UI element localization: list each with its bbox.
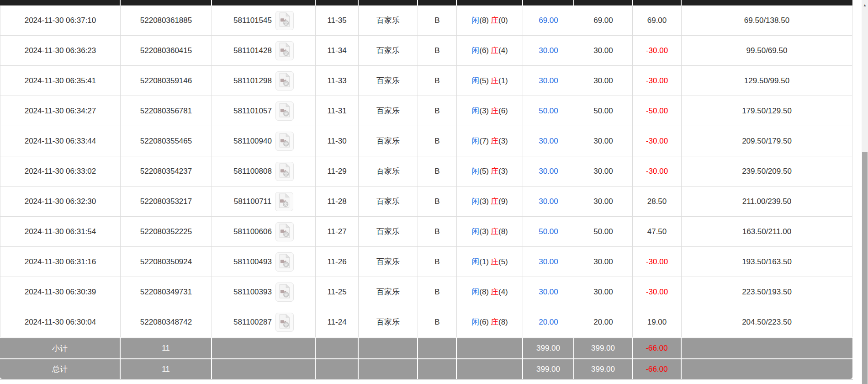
- summary-empty-cell: [457, 358, 523, 379]
- banker-score: (4): [498, 288, 508, 297]
- summary-count-text: 11: [162, 365, 170, 374]
- banker-score: (8): [498, 227, 508, 236]
- vertical-scrollbar[interactable]: ▲: [862, 0, 868, 384]
- order-id-cell: 522080359146: [121, 66, 212, 96]
- order-id-cell: 522080350924: [121, 247, 212, 277]
- valid-amount-text: 30.00: [593, 76, 613, 85]
- summary-bet-cell: 399.00: [523, 337, 574, 358]
- balance-cell: 163.50/211.00: [682, 217, 852, 247]
- video-replay-button[interactable]: [275, 11, 294, 30]
- winloss-text: -30.00: [646, 46, 668, 55]
- player-label: 闲: [471, 287, 479, 297]
- video-replay-button[interactable]: [275, 162, 294, 181]
- winloss-text: -30.00: [646, 137, 668, 146]
- banker-score: (1): [498, 76, 508, 85]
- video-replay-button[interactable]: [275, 313, 294, 332]
- video-replay-button[interactable]: [275, 132, 294, 151]
- balance-cell: 223.50/193.50: [682, 277, 852, 307]
- winloss-text: -30.00: [646, 167, 668, 176]
- table-row: 2024-11-30 06:37:10 522080361885 5811015…: [0, 5, 853, 36]
- time-text: 2024-11-30 06:31:54: [25, 227, 96, 236]
- summary-empty-cell: [457, 337, 523, 358]
- game-id-cell: 581100711: [212, 187, 316, 217]
- time-cell: 2024-11-30 06:35:41: [0, 66, 121, 96]
- banker-label: 庄: [491, 226, 498, 237]
- round-cell: 11-24: [316, 307, 359, 337]
- result-cell: 闲(1) 庄(5): [457, 247, 523, 277]
- video-replay-button[interactable]: [275, 101, 294, 121]
- table-row: 2024-11-30 06:30:39 522080349731 5811003…: [0, 277, 853, 307]
- video-replay-button[interactable]: [275, 71, 294, 91]
- bet-amount-cell: 30.00: [523, 156, 574, 187]
- bet-type-cell: B: [418, 66, 457, 96]
- valid-amount-text: 30.00: [593, 288, 613, 297]
- bet-amount-text: 50.00: [539, 107, 558, 116]
- banker-label: 庄: [491, 196, 498, 207]
- round-text: 11-29: [327, 167, 346, 176]
- valid-amount-text: 50.00: [593, 227, 613, 236]
- game-id-cell: 581101298: [212, 66, 316, 96]
- video-replay-button[interactable]: [275, 222, 294, 241]
- bet-amount-text: 30.00: [539, 137, 558, 146]
- video-replay-button[interactable]: [275, 192, 293, 211]
- summary-empty-cell: [359, 337, 418, 358]
- bet-amount-cell: 69.00: [523, 5, 574, 36]
- round-cell: 11-29: [316, 156, 359, 187]
- table-row: 2024-11-30 06:31:16 522080350924 5811004…: [0, 247, 853, 277]
- balance-text: 193.50/163.50: [742, 257, 792, 267]
- game-name-cell: 百家乐: [359, 36, 418, 66]
- bet-type-text: B: [434, 16, 439, 25]
- time-text: 2024-11-30 06:34:27: [25, 107, 96, 116]
- player-score: (8): [479, 288, 489, 297]
- video-replay-icon: [278, 43, 291, 59]
- result-cell: 闲(3) 庄(9): [457, 187, 523, 217]
- scrollbar-thumb[interactable]: [862, 152, 868, 384]
- scroll-up-button[interactable]: ▲: [862, 0, 868, 11]
- order-id-cell: 522080361885: [121, 5, 212, 36]
- summary-empty-cell: [316, 358, 359, 379]
- time-cell: 2024-11-30 06:31:16: [0, 247, 121, 277]
- bet-amount-cell: 50.00: [523, 217, 574, 247]
- video-replay-icon: [278, 103, 291, 119]
- round-cell: 11-26: [316, 247, 359, 277]
- winloss-cell: 69.00: [633, 5, 682, 36]
- player-label: 闲: [471, 166, 479, 176]
- game-name-text: 百家乐: [376, 15, 400, 26]
- player-score: (8): [479, 16, 489, 25]
- order-id-text: 522080352225: [140, 227, 192, 236]
- bet-type-text: B: [434, 167, 439, 176]
- time-cell: 2024-11-30 06:30:04: [0, 307, 121, 337]
- order-id-text: 522080360415: [140, 46, 192, 55]
- header-strip-segment: [633, 0, 682, 5]
- bet-amount-cell: 30.00: [523, 36, 574, 66]
- bet-amount-text: 30.00: [539, 257, 558, 267]
- valid-amount-text: 30.00: [593, 167, 613, 176]
- video-replay-button[interactable]: [275, 41, 294, 60]
- bet-type-text: B: [434, 318, 439, 327]
- video-replay-button[interactable]: [275, 252, 294, 272]
- bet-type-text: B: [434, 257, 439, 267]
- bet-amount-text: 30.00: [539, 46, 558, 55]
- game-name-cell: 百家乐: [359, 217, 418, 247]
- scroll-up-icon: ▲: [863, 3, 867, 7]
- balance-text: 211.00/239.50: [742, 197, 791, 206]
- time-text: 2024-11-30 06:30:04: [25, 318, 96, 327]
- bet-amount-cell: 50.00: [523, 96, 574, 126]
- bet-type-text: B: [434, 46, 439, 55]
- time-cell: 2024-11-30 06:34:27: [0, 96, 121, 126]
- game-name-text: 百家乐: [376, 75, 400, 86]
- header-strip-segment: [121, 0, 212, 5]
- header-strip-segment: [457, 0, 523, 5]
- bet-amount-cell: 30.00: [523, 247, 574, 277]
- summary-bet-text: 399.00: [536, 344, 560, 353]
- banker-score: (4): [498, 46, 508, 55]
- banker-label: 庄: [491, 256, 498, 267]
- time-text: 2024-11-30 06:35:41: [25, 76, 96, 85]
- video-replay-button[interactable]: [275, 283, 294, 302]
- winloss-cell: -30.00: [633, 277, 682, 307]
- video-replay-icon: [278, 193, 291, 209]
- game-id-text: 581101057: [233, 107, 272, 116]
- summary-label-cell: 小计: [0, 337, 121, 358]
- summary-count-cell: 11: [121, 358, 212, 379]
- result-cell: 闲(6) 庄(8): [457, 307, 523, 337]
